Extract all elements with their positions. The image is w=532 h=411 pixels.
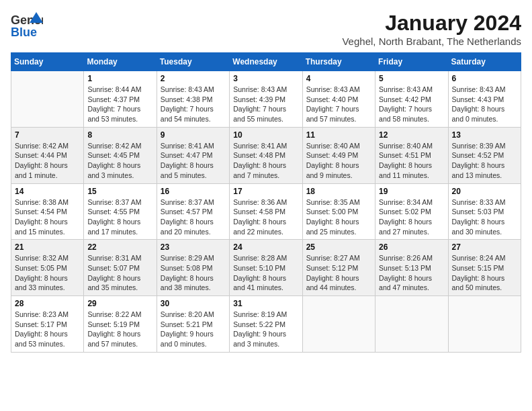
calendar-day: 11Sunrise: 8:40 AMSunset: 4:49 PMDayligh… — [302, 127, 375, 183]
calendar-day: 27Sunrise: 8:24 AMSunset: 5:15 PMDayligh… — [448, 240, 521, 296]
calendar-day: 4Sunrise: 8:43 AMSunset: 4:40 PMDaylight… — [302, 71, 375, 128]
column-header-wednesday: Wednesday — [230, 53, 302, 71]
day-number: 17 — [233, 187, 298, 196]
day-info: Sunrise: 8:32 AMSunset: 5:05 PMDaylight:… — [15, 253, 80, 293]
day-number: 3 — [233, 74, 298, 83]
day-number: 6 — [452, 74, 517, 83]
day-info: Sunrise: 8:34 AMSunset: 5:02 PMDaylight:… — [379, 197, 444, 237]
page-header: General Blue January 2024 Veghel, North … — [11, 11, 521, 47]
calendar-day: 8Sunrise: 8:42 AMSunset: 4:45 PMDaylight… — [84, 127, 157, 183]
day-info: Sunrise: 8:43 AMSunset: 4:39 PMDaylight:… — [233, 85, 298, 124]
day-number: 5 — [379, 74, 444, 83]
day-number: 16 — [161, 187, 226, 196]
calendar-week-3: 14Sunrise: 8:38 AMSunset: 4:54 PMDayligh… — [11, 183, 521, 240]
calendar-day: 21Sunrise: 8:32 AMSunset: 5:05 PMDayligh… — [11, 240, 84, 296]
title-block: January 2024 Veghel, North Brabant, The … — [342, 11, 521, 47]
day-info: Sunrise: 8:39 AMSunset: 4:52 PMDaylight:… — [452, 141, 517, 181]
calendar-day: 18Sunrise: 8:35 AMSunset: 5:00 PMDayligh… — [302, 183, 375, 240]
day-number: 29 — [87, 299, 152, 308]
column-header-tuesday: Tuesday — [157, 53, 229, 71]
month-title: January 2024 — [342, 11, 521, 36]
day-number: 30 — [161, 299, 226, 308]
day-info: Sunrise: 8:44 AMSunset: 4:37 PMDaylight:… — [87, 85, 152, 124]
day-number: 18 — [306, 187, 371, 196]
day-number: 19 — [379, 187, 444, 196]
calendar-day: 7Sunrise: 8:42 AMSunset: 4:44 PMDaylight… — [11, 127, 84, 183]
calendar-day: 2Sunrise: 8:43 AMSunset: 4:38 PMDaylight… — [157, 71, 229, 128]
day-number: 4 — [306, 74, 371, 83]
day-info: Sunrise: 8:41 AMSunset: 4:47 PMDaylight:… — [161, 141, 226, 181]
calendar-day — [448, 296, 521, 353]
day-info: Sunrise: 8:37 AMSunset: 4:55 PMDaylight:… — [87, 197, 152, 237]
day-number: 15 — [87, 187, 152, 196]
day-info: Sunrise: 8:23 AMSunset: 5:17 PMDaylight:… — [15, 310, 80, 349]
day-number: 10 — [233, 130, 298, 140]
location: Veghel, North Brabant, The Netherlands — [342, 36, 521, 47]
day-info: Sunrise: 8:28 AMSunset: 5:10 PMDaylight:… — [233, 253, 298, 293]
day-info: Sunrise: 8:33 AMSunset: 5:03 PMDaylight:… — [452, 197, 517, 237]
column-header-friday: Friday — [375, 53, 448, 71]
day-info: Sunrise: 8:43 AMSunset: 4:42 PMDaylight:… — [379, 85, 444, 124]
day-number: 21 — [15, 242, 80, 252]
column-header-monday: Monday — [84, 53, 157, 71]
calendar-day: 23Sunrise: 8:29 AMSunset: 5:08 PMDayligh… — [157, 240, 229, 296]
calendar-day: 31Sunrise: 8:19 AMSunset: 5:22 PMDayligh… — [230, 296, 302, 353]
calendar-day: 30Sunrise: 8:20 AMSunset: 5:21 PMDayligh… — [157, 296, 229, 353]
calendar-week-5: 28Sunrise: 8:23 AMSunset: 5:17 PMDayligh… — [11, 296, 521, 353]
calendar-week-4: 21Sunrise: 8:32 AMSunset: 5:05 PMDayligh… — [11, 240, 521, 296]
calendar-day — [375, 296, 448, 353]
calendar-day: 15Sunrise: 8:37 AMSunset: 4:55 PMDayligh… — [84, 183, 157, 240]
calendar-day: 1Sunrise: 8:44 AMSunset: 4:37 PMDaylight… — [84, 71, 157, 128]
column-header-thursday: Thursday — [302, 53, 375, 71]
calendar-week-2: 7Sunrise: 8:42 AMSunset: 4:44 PMDaylight… — [11, 127, 521, 183]
day-info: Sunrise: 8:36 AMSunset: 4:58 PMDaylight:… — [233, 197, 298, 237]
calendar-body: 1Sunrise: 8:44 AMSunset: 4:37 PMDaylight… — [11, 71, 521, 353]
day-info: Sunrise: 8:35 AMSunset: 5:00 PMDaylight:… — [306, 197, 371, 237]
calendar-day: 10Sunrise: 8:41 AMSunset: 4:48 PMDayligh… — [230, 127, 302, 183]
calendar-day: 25Sunrise: 8:27 AMSunset: 5:12 PMDayligh… — [302, 240, 375, 296]
day-number: 22 — [87, 242, 152, 252]
day-info: Sunrise: 8:43 AMSunset: 4:38 PMDaylight:… — [161, 85, 226, 124]
calendar-day — [302, 296, 375, 353]
day-info: Sunrise: 8:29 AMSunset: 5:08 PMDaylight:… — [161, 253, 226, 293]
calendar-table: SundayMondayTuesdayWednesdayThursdayFrid… — [11, 52, 521, 353]
day-number: 24 — [233, 242, 298, 252]
day-number: 9 — [161, 130, 226, 140]
calendar-day: 6Sunrise: 8:43 AMSunset: 4:43 PMDaylight… — [448, 71, 521, 128]
day-info: Sunrise: 8:22 AMSunset: 5:19 PMDaylight:… — [87, 310, 152, 349]
calendar-day: 20Sunrise: 8:33 AMSunset: 5:03 PMDayligh… — [448, 183, 521, 240]
day-number: 7 — [15, 130, 80, 140]
column-header-sunday: Sunday — [11, 53, 84, 71]
day-info: Sunrise: 8:42 AMSunset: 4:45 PMDaylight:… — [87, 141, 152, 181]
day-info: Sunrise: 8:43 AMSunset: 4:40 PMDaylight:… — [306, 85, 371, 124]
day-number: 23 — [161, 242, 226, 252]
day-number: 2 — [161, 74, 226, 83]
calendar-day: 9Sunrise: 8:41 AMSunset: 4:47 PMDaylight… — [157, 127, 229, 183]
calendar-day: 14Sunrise: 8:38 AMSunset: 4:54 PMDayligh… — [11, 183, 84, 240]
calendar-day: 13Sunrise: 8:39 AMSunset: 4:52 PMDayligh… — [448, 127, 521, 183]
day-info: Sunrise: 8:42 AMSunset: 4:44 PMDaylight:… — [15, 141, 80, 181]
calendar-day: 29Sunrise: 8:22 AMSunset: 5:19 PMDayligh… — [84, 296, 157, 353]
calendar-day: 12Sunrise: 8:40 AMSunset: 4:51 PMDayligh… — [375, 127, 448, 183]
calendar-day: 28Sunrise: 8:23 AMSunset: 5:17 PMDayligh… — [11, 296, 84, 353]
calendar-day — [11, 71, 84, 128]
day-info: Sunrise: 8:24 AMSunset: 5:15 PMDaylight:… — [452, 253, 517, 293]
day-info: Sunrise: 8:40 AMSunset: 4:51 PMDaylight:… — [379, 141, 444, 181]
day-info: Sunrise: 8:20 AMSunset: 5:21 PMDaylight:… — [161, 310, 226, 349]
day-info: Sunrise: 8:37 AMSunset: 4:57 PMDaylight:… — [161, 197, 226, 237]
calendar-day: 26Sunrise: 8:26 AMSunset: 5:13 PMDayligh… — [375, 240, 448, 296]
svg-text:Blue: Blue — [11, 26, 37, 39]
calendar-day: 3Sunrise: 8:43 AMSunset: 4:39 PMDaylight… — [230, 71, 302, 128]
day-info: Sunrise: 8:26 AMSunset: 5:13 PMDaylight:… — [379, 253, 444, 293]
logo-icon: General Blue — [11, 11, 43, 39]
calendar-day: 16Sunrise: 8:37 AMSunset: 4:57 PMDayligh… — [157, 183, 229, 240]
day-number: 12 — [379, 130, 444, 140]
calendar-day: 17Sunrise: 8:36 AMSunset: 4:58 PMDayligh… — [230, 183, 302, 240]
day-info: Sunrise: 8:40 AMSunset: 4:49 PMDaylight:… — [306, 141, 371, 181]
day-number: 31 — [233, 299, 298, 308]
day-number: 1 — [87, 74, 152, 83]
calendar-day: 24Sunrise: 8:28 AMSunset: 5:10 PMDayligh… — [230, 240, 302, 296]
logo: General Blue — [11, 11, 43, 39]
day-info: Sunrise: 8:43 AMSunset: 4:43 PMDaylight:… — [452, 85, 517, 124]
day-info: Sunrise: 8:41 AMSunset: 4:48 PMDaylight:… — [233, 141, 298, 181]
